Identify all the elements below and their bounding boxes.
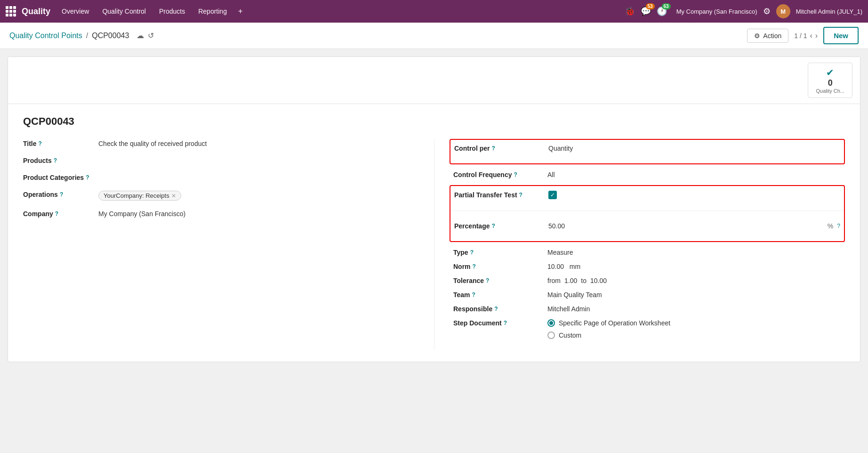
quality-checks-label: Quality Ch...	[816, 88, 844, 94]
step-doc-option1-radio[interactable]	[547, 319, 555, 327]
step-document-help-icon[interactable]: ?	[504, 320, 507, 326]
title-value: Check the quality of received product	[98, 139, 434, 147]
title-field: Title ? Check the quality of received pr…	[23, 139, 434, 147]
norm-help-icon[interactable]: ?	[473, 263, 476, 270]
form-left: Title ? Check the quality of received pr…	[23, 139, 434, 350]
next-page-button[interactable]: ›	[815, 32, 818, 40]
user-avatar[interactable]: M	[776, 4, 790, 18]
company-label: Company ?	[23, 209, 98, 218]
percentage-help-icon[interactable]: ?	[491, 223, 495, 229]
breadcrumb-bar: Quality Control Points / QCP00043 ☁ ↺ ⚙ …	[0, 23, 868, 49]
tolerance-from-value: 1.00	[564, 277, 577, 284]
step-doc-option2-radio[interactable]	[547, 332, 555, 339]
type-help-icon[interactable]: ?	[470, 249, 474, 256]
checkmark-icon: ✔	[826, 67, 834, 78]
product-categories-help-icon[interactable]: ?	[86, 174, 89, 181]
team-help-icon[interactable]: ?	[472, 291, 475, 298]
quality-checks-smart-button[interactable]: ✔ 0 Quality Ch...	[808, 63, 852, 98]
percentage-field: Percentage ? 50.00 % ?	[450, 218, 844, 235]
breadcrumb-parent[interactable]: Quality Control Points	[9, 32, 82, 40]
nav-reporting[interactable]: Reporting	[193, 5, 233, 18]
partial-transfer-help-icon[interactable]: ?	[519, 192, 522, 198]
norm-label: Norm ?	[453, 263, 547, 270]
control-per-label: Control per ?	[454, 145, 548, 152]
step-doc-option2-row: Custom	[547, 332, 841, 339]
gear-icon: ⚙	[754, 32, 760, 40]
operations-tag-label: YourCompany: Receipts	[104, 192, 169, 199]
quality-checks-count: 0	[828, 78, 833, 88]
control-per-help-icon[interactable]: ?	[491, 145, 495, 152]
norm-value: 10.00 mm	[547, 263, 841, 270]
tolerance-field: Tolerance ? from 1.00 to 10.00	[450, 277, 845, 284]
nav-products[interactable]: Products	[153, 5, 191, 18]
step-doc-option1-label: Specific Page of Operation Worksheet	[559, 319, 670, 327]
record-id: QCP00043	[23, 115, 845, 128]
top-navigation: Quality Overview Quality Control Product…	[0, 0, 868, 23]
activity-icon[interactable]: 🕐 63	[657, 6, 667, 16]
norm-number: 10.00	[547, 263, 564, 270]
control-per-box: Control per ? Quantity	[450, 139, 845, 164]
breadcrumb-actions: ⚙ Action 1 / 1 ‹ › New	[747, 27, 859, 44]
settings-icon[interactable]: ⚙	[763, 6, 771, 16]
percentage-number: 50.00	[548, 222, 824, 230]
form-body: QCP00043 Title ? Check the quality of re…	[8, 104, 860, 362]
refresh-icon[interactable]: ↺	[148, 31, 154, 40]
upload-icon[interactable]: ☁	[137, 31, 144, 40]
partial-transfer-label: Partial Transfer Test ?	[454, 191, 548, 199]
responsible-field: Responsible ? Mitchell Admin	[450, 305, 845, 313]
title-help-icon[interactable]: ?	[39, 140, 42, 147]
operations-label: Operations ?	[23, 190, 98, 198]
step-doc-option1-row: Specific Page of Operation Worksheet	[547, 319, 841, 327]
percentage-row: 50.00 % ?	[548, 222, 840, 230]
breadcrumb-icons: ☁ ↺	[137, 31, 154, 40]
responsible-label: Responsible ?	[453, 305, 547, 313]
operations-field: Operations ? YourCompany: Receipts ✕	[23, 190, 434, 201]
percentage-help-icon2[interactable]: ?	[837, 223, 840, 229]
products-field: Products ?	[23, 156, 434, 164]
percentage-value: 50.00 % ?	[548, 222, 840, 230]
app-logo[interactable]: Quality	[6, 6, 50, 16]
team-field: Team ? Main Quality Team	[450, 291, 845, 299]
nav-add-button[interactable]: +	[234, 4, 246, 18]
operations-tag[interactable]: YourCompany: Receipts ✕	[98, 191, 181, 201]
app-name: Quality	[22, 7, 50, 16]
percentage-unit: %	[828, 222, 833, 230]
main-content: ✔ 0 Quality Ch... QCP00043 Title ? Check…	[0, 57, 868, 453]
nav-quality-control[interactable]: Quality Control	[96, 5, 152, 18]
product-categories-value	[98, 173, 434, 174]
operations-tag-remove[interactable]: ✕	[171, 193, 176, 199]
type-field: Type ? Measure	[450, 249, 845, 256]
tolerance-from-label: from	[547, 277, 561, 284]
operations-value: YourCompany: Receipts ✕	[98, 190, 434, 201]
tolerance-help-icon[interactable]: ?	[486, 277, 489, 284]
action-label: Action	[763, 32, 781, 40]
chat-icon[interactable]: 💬 53	[641, 6, 651, 16]
product-categories-label: Product Categories ?	[23, 173, 98, 181]
pagination-text: 1 / 1	[794, 32, 807, 40]
control-frequency-help-icon[interactable]: ?	[514, 171, 517, 178]
team-value: Main Quality Team	[547, 291, 841, 299]
user-name: Mitchell Admin (JULY_1)	[796, 8, 862, 15]
control-frequency-field: Control Frequency ? All	[450, 171, 845, 178]
company-help-icon[interactable]: ?	[55, 210, 58, 217]
tolerance-row: from 1.00 to 10.00	[547, 277, 841, 284]
smart-button-bar: ✔ 0 Quality Ch...	[8, 57, 860, 104]
type-label: Type ?	[453, 249, 547, 256]
partial-transfer-checkbox[interactable]: ✓	[548, 191, 557, 199]
form-card: ✔ 0 Quality Ch... QCP00043 Title ? Check…	[8, 57, 860, 362]
tolerance-to-value: 10.00	[590, 277, 607, 284]
norm-field: Norm ? 10.00 mm	[450, 263, 845, 270]
company-field: Company ? My Company (San Francisco)	[23, 209, 434, 218]
operations-help-icon[interactable]: ?	[60, 191, 63, 198]
prev-page-button[interactable]: ‹	[810, 32, 812, 40]
action-button[interactable]: ⚙ Action	[747, 29, 788, 43]
debug-icon[interactable]: 🐞	[625, 6, 635, 16]
responsible-help-icon[interactable]: ?	[494, 306, 498, 312]
products-help-icon[interactable]: ?	[54, 157, 57, 164]
new-button[interactable]: New	[823, 27, 859, 44]
nav-overview[interactable]: Overview	[56, 5, 95, 18]
step-document-label: Step Document ?	[453, 319, 547, 327]
norm-unit: mm	[570, 263, 580, 270]
chat-badge: 53	[646, 3, 655, 9]
step-doc-option2-label: Custom	[559, 332, 581, 339]
